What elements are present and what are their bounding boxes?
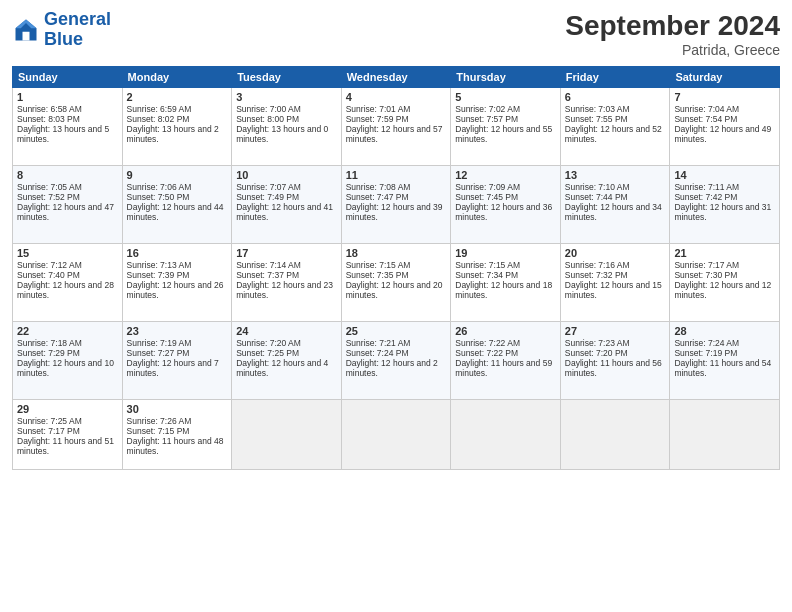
table-cell: 22 Sunrise: 7:18 AM Sunset: 7:29 PM Dayl… — [13, 322, 123, 400]
table-cell: 27 Sunrise: 7:23 AM Sunset: 7:20 PM Dayl… — [560, 322, 670, 400]
logo-icon — [12, 16, 40, 44]
day-number: 8 — [17, 169, 118, 181]
day-number: 15 — [17, 247, 118, 259]
day-number: 9 — [127, 169, 228, 181]
table-cell: 10 Sunrise: 7:07 AM Sunset: 7:49 PM Dayl… — [232, 166, 342, 244]
sunrise-label: Sunrise: 7:14 AM — [236, 260, 301, 270]
daylight-label: Daylight: 12 hours and 34 minutes. — [565, 202, 662, 222]
sunset-label: Sunset: 7:57 PM — [455, 114, 518, 124]
table-cell: 17 Sunrise: 7:14 AM Sunset: 7:37 PM Dayl… — [232, 244, 342, 322]
daylight-label: Daylight: 12 hours and 23 minutes. — [236, 280, 333, 300]
col-saturday: Saturday — [670, 67, 780, 88]
day-number: 3 — [236, 91, 337, 103]
table-cell: 8 Sunrise: 7:05 AM Sunset: 7:52 PM Dayli… — [13, 166, 123, 244]
sunrise-label: Sunrise: 7:11 AM — [674, 182, 739, 192]
daylight-label: Daylight: 12 hours and 10 minutes. — [17, 358, 114, 378]
day-number: 22 — [17, 325, 118, 337]
day-number: 30 — [127, 403, 228, 415]
sunset-label: Sunset: 7:54 PM — [674, 114, 737, 124]
day-number: 27 — [565, 325, 666, 337]
daylight-label: Daylight: 12 hours and 12 minutes. — [674, 280, 771, 300]
day-number: 7 — [674, 91, 775, 103]
day-number: 13 — [565, 169, 666, 181]
col-sunday: Sunday — [13, 67, 123, 88]
sunset-label: Sunset: 8:00 PM — [236, 114, 299, 124]
sunrise-label: Sunrise: 7:16 AM — [565, 260, 630, 270]
daylight-label: Daylight: 11 hours and 54 minutes. — [674, 358, 771, 378]
sunset-label: Sunset: 8:03 PM — [17, 114, 80, 124]
day-number: 6 — [565, 91, 666, 103]
sunrise-label: Sunrise: 7:20 AM — [236, 338, 301, 348]
table-cell: 24 Sunrise: 7:20 AM Sunset: 7:25 PM Dayl… — [232, 322, 342, 400]
sunset-label: Sunset: 7:49 PM — [236, 192, 299, 202]
table-cell: 14 Sunrise: 7:11 AM Sunset: 7:42 PM Dayl… — [670, 166, 780, 244]
sunrise-label: Sunrise: 7:01 AM — [346, 104, 411, 114]
table-cell: 1 Sunrise: 6:58 AM Sunset: 8:03 PM Dayli… — [13, 88, 123, 166]
sunset-label: Sunset: 7:17 PM — [17, 426, 80, 436]
col-tuesday: Tuesday — [232, 67, 342, 88]
sunrise-label: Sunrise: 7:18 AM — [17, 338, 82, 348]
col-wednesday: Wednesday — [341, 67, 451, 88]
sunset-label: Sunset: 7:45 PM — [455, 192, 518, 202]
daylight-label: Daylight: 12 hours and 28 minutes. — [17, 280, 114, 300]
sunset-label: Sunset: 7:52 PM — [17, 192, 80, 202]
day-number: 20 — [565, 247, 666, 259]
daylight-label: Daylight: 13 hours and 5 minutes. — [17, 124, 109, 144]
sunset-label: Sunset: 7:32 PM — [565, 270, 628, 280]
sunset-label: Sunset: 7:15 PM — [127, 426, 190, 436]
sunset-label: Sunset: 7:39 PM — [127, 270, 190, 280]
sunrise-label: Sunrise: 7:21 AM — [346, 338, 411, 348]
table-cell: 20 Sunrise: 7:16 AM Sunset: 7:32 PM Dayl… — [560, 244, 670, 322]
table-cell: 29 Sunrise: 7:25 AM Sunset: 7:17 PM Dayl… — [13, 400, 123, 470]
title-block: September 2024 Patrida, Greece — [565, 10, 780, 58]
sunrise-label: Sunrise: 7:22 AM — [455, 338, 520, 348]
logo-line1: General — [44, 9, 111, 29]
daylight-label: Daylight: 12 hours and 2 minutes. — [346, 358, 438, 378]
sunrise-label: Sunrise: 7:12 AM — [17, 260, 82, 270]
table-cell: 18 Sunrise: 7:15 AM Sunset: 7:35 PM Dayl… — [341, 244, 451, 322]
day-number: 2 — [127, 91, 228, 103]
daylight-label: Daylight: 12 hours and 31 minutes. — [674, 202, 771, 222]
sunset-label: Sunset: 7:50 PM — [127, 192, 190, 202]
sunset-label: Sunset: 7:24 PM — [346, 348, 409, 358]
daylight-label: Daylight: 11 hours and 59 minutes. — [455, 358, 552, 378]
table-cell: 25 Sunrise: 7:21 AM Sunset: 7:24 PM Dayl… — [341, 322, 451, 400]
daylight-label: Daylight: 12 hours and 55 minutes. — [455, 124, 552, 144]
day-number: 12 — [455, 169, 556, 181]
table-cell: 16 Sunrise: 7:13 AM Sunset: 7:39 PM Dayl… — [122, 244, 232, 322]
day-number: 24 — [236, 325, 337, 337]
day-number: 29 — [17, 403, 118, 415]
table-cell: 21 Sunrise: 7:17 AM Sunset: 7:30 PM Dayl… — [670, 244, 780, 322]
page: General Blue September 2024 Patrida, Gre… — [0, 0, 792, 612]
day-number: 16 — [127, 247, 228, 259]
sunrise-label: Sunrise: 7:10 AM — [565, 182, 630, 192]
table-cell: 30 Sunrise: 7:26 AM Sunset: 7:15 PM Dayl… — [122, 400, 232, 470]
sunset-label: Sunset: 7:27 PM — [127, 348, 190, 358]
day-number: 23 — [127, 325, 228, 337]
day-number: 10 — [236, 169, 337, 181]
sunrise-label: Sunrise: 7:15 AM — [346, 260, 411, 270]
daylight-label: Daylight: 12 hours and 41 minutes. — [236, 202, 333, 222]
sunrise-label: Sunrise: 7:03 AM — [565, 104, 630, 114]
table-cell — [560, 400, 670, 470]
sunset-label: Sunset: 7:37 PM — [236, 270, 299, 280]
daylight-label: Daylight: 12 hours and 20 minutes. — [346, 280, 443, 300]
sunset-label: Sunset: 7:47 PM — [346, 192, 409, 202]
daylight-label: Daylight: 13 hours and 2 minutes. — [127, 124, 219, 144]
col-thursday: Thursday — [451, 67, 561, 88]
table-cell: 3 Sunrise: 7:00 AM Sunset: 8:00 PM Dayli… — [232, 88, 342, 166]
col-monday: Monday — [122, 67, 232, 88]
sunset-label: Sunset: 7:20 PM — [565, 348, 628, 358]
header: General Blue September 2024 Patrida, Gre… — [12, 10, 780, 58]
month-title: September 2024 — [565, 10, 780, 42]
daylight-label: Daylight: 12 hours and 36 minutes. — [455, 202, 552, 222]
daylight-label: Daylight: 12 hours and 52 minutes. — [565, 124, 662, 144]
daylight-label: Daylight: 12 hours and 18 minutes. — [455, 280, 552, 300]
sunset-label: Sunset: 7:30 PM — [674, 270, 737, 280]
header-row: Sunday Monday Tuesday Wednesday Thursday… — [13, 67, 780, 88]
daylight-label: Daylight: 12 hours and 57 minutes. — [346, 124, 443, 144]
sunrise-label: Sunrise: 7:04 AM — [674, 104, 739, 114]
day-number: 5 — [455, 91, 556, 103]
day-number: 21 — [674, 247, 775, 259]
sunset-label: Sunset: 8:02 PM — [127, 114, 190, 124]
